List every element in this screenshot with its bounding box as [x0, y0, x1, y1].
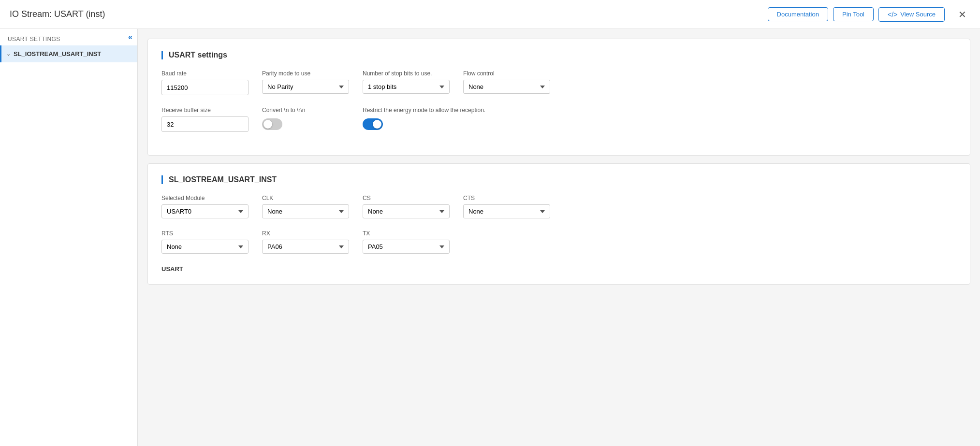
- convert-newline-toggle[interactable]: [262, 118, 282, 130]
- app-header: IO Stream: USART (inst) Documentation Pi…: [0, 0, 980, 29]
- main-layout: « USART settings ⌄ SL_IOSTREAM_USART_INS…: [0, 29, 980, 446]
- baud-rate-field[interactable]: [162, 81, 249, 94]
- usart-label: USART: [161, 265, 956, 273]
- rx-label: RX: [262, 230, 349, 237]
- cts-label: CTS: [463, 195, 550, 201]
- convert-newline-group: Convert \n to \r\n: [262, 107, 349, 132]
- main-content: USART settings Baud rate ▲ ▼ P: [138, 29, 980, 446]
- pin-tool-button[interactable]: Pin Tool: [833, 7, 874, 21]
- flow-control-group: Flow control None CTS RTS CTS/RTS: [463, 70, 550, 95]
- parity-mode-label: Parity mode to use: [262, 70, 349, 77]
- sidebar-section-label: USART settings: [0, 29, 137, 45]
- clk-select[interactable]: None PA00 PA01 PA05 PA06: [262, 204, 349, 218]
- flow-control-select[interactable]: None CTS RTS CTS/RTS: [463, 80, 550, 94]
- header-actions: Documentation Pin Tool </> View Source ✕: [768, 7, 970, 22]
- usart-settings-title: USART settings: [161, 51, 956, 59]
- chevron-down-icon: ⌄: [6, 51, 11, 57]
- stop-bits-label: Number of stop bits to use.: [363, 70, 450, 77]
- rts-label: RTS: [161, 230, 249, 237]
- receive-buffer-input[interactable]: ▲ ▼: [161, 116, 249, 132]
- close-button[interactable]: ✕: [954, 7, 970, 22]
- parity-mode-select[interactable]: No Parity Even Parity Odd Parity: [262, 80, 349, 94]
- sl-iostream-title: SL_IOSTREAM_USART_INST: [161, 175, 956, 184]
- stop-bits-select[interactable]: 1 stop bits 2 stop bits: [363, 80, 450, 94]
- restrict-energy-label: Restrict the energy mode to allow the re…: [363, 107, 485, 114]
- sl-iostream-row-2: RTS None PA00 PA01 PA05 PA06 RX None PA0…: [161, 230, 956, 254]
- tx-group: TX None PA00 PA01 PA05 PA06: [363, 230, 450, 254]
- baud-rate-label: Baud rate: [161, 70, 249, 77]
- restrict-energy-toggle-container: [363, 118, 485, 130]
- clk-label: CLK: [262, 195, 349, 201]
- receive-buffer-group: Receive buffer size ▲ ▼: [161, 107, 249, 132]
- receive-buffer-label: Receive buffer size: [161, 107, 249, 114]
- sidebar-collapse-button[interactable]: «: [128, 33, 132, 42]
- rts-group: RTS None PA00 PA01 PA05 PA06: [161, 230, 249, 254]
- stop-bits-group: Number of stop bits to use. 1 stop bits …: [363, 70, 450, 95]
- convert-newline-label: Convert \n to \r\n: [262, 107, 349, 114]
- restrict-energy-group: Restrict the energy mode to allow the re…: [363, 107, 485, 132]
- selected-module-label: Selected Module: [161, 195, 249, 201]
- receive-buffer-field[interactable]: [162, 118, 249, 131]
- baud-rate-group: Baud rate ▲ ▼: [161, 70, 249, 95]
- usart-settings-row-2: Receive buffer size ▲ ▼ Convert \n to \r…: [161, 107, 956, 132]
- usart-settings-row-1: Baud rate ▲ ▼ Parity mode to use No Pari…: [161, 70, 956, 95]
- sl-iostream-row-1: Selected Module USART0 USART1 USART2 CLK…: [161, 195, 956, 218]
- code-icon: </>: [888, 11, 897, 18]
- selected-module-select[interactable]: USART0 USART1 USART2: [161, 204, 249, 218]
- clk-group: CLK None PA00 PA01 PA05 PA06: [262, 195, 349, 218]
- sl-iostream-card: SL_IOSTREAM_USART_INST Selected Module U…: [147, 163, 970, 285]
- rx-group: RX None PA00 PA01 PA05 PA06: [262, 230, 349, 254]
- restrict-energy-thumb: [373, 120, 381, 129]
- cs-select[interactable]: None PA00 PA01 PA05 PA06: [363, 204, 450, 218]
- tx-label: TX: [363, 230, 450, 237]
- cs-group: CS None PA00 PA01 PA05 PA06: [363, 195, 450, 218]
- convert-newline-thumb: [263, 120, 272, 129]
- rts-select[interactable]: None PA00 PA01 PA05 PA06: [161, 240, 249, 254]
- convert-newline-toggle-container: [262, 118, 349, 130]
- view-source-button[interactable]: </> View Source: [878, 7, 945, 22]
- documentation-button[interactable]: Documentation: [768, 7, 828, 21]
- baud-rate-input[interactable]: ▲ ▼: [161, 80, 249, 95]
- cts-select[interactable]: None PA00 PA01 PA05 PA06: [463, 204, 550, 218]
- cs-label: CS: [363, 195, 450, 201]
- sidebar: « USART settings ⌄ SL_IOSTREAM_USART_INS…: [0, 29, 138, 446]
- cts-group: CTS None PA00 PA01 PA05 PA06: [463, 195, 550, 218]
- rx-select[interactable]: None PA00 PA01 PA05 PA06: [262, 240, 349, 254]
- tx-select[interactable]: None PA00 PA01 PA05 PA06: [363, 240, 450, 254]
- usart-settings-card: USART settings Baud rate ▲ ▼ P: [147, 39, 970, 156]
- restrict-energy-toggle[interactable]: [363, 118, 383, 130]
- selected-module-group: Selected Module USART0 USART1 USART2: [161, 195, 249, 218]
- sidebar-item-label: SL_IOSTREAM_USART_INST: [14, 50, 101, 58]
- sidebar-item-sl-iostream-usart-inst[interactable]: ⌄ SL_IOSTREAM_USART_INST: [0, 45, 137, 62]
- app-title: IO Stream: USART (inst): [10, 9, 105, 19]
- parity-mode-group: Parity mode to use No Parity Even Parity…: [262, 70, 349, 95]
- view-source-label: View Source: [900, 11, 936, 18]
- flow-control-label: Flow control: [463, 70, 550, 77]
